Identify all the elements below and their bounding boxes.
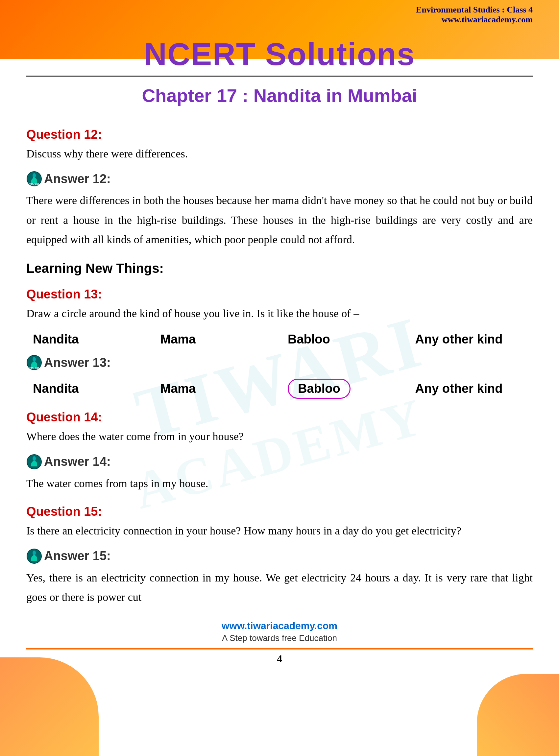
title-divider (26, 76, 533, 76)
answer12-text: There were differences in both the house… (26, 191, 533, 250)
page-number: 4 (26, 653, 533, 665)
answer13-any-other: Any other kind (405, 382, 533, 396)
footer-website: www.tiwariacademy.com (26, 620, 533, 632)
answer15-header: Answer 15: (26, 548, 533, 564)
svg-text:TIWARI: TIWARI (29, 183, 39, 186)
footer: www.tiwariacademy.com A Step towards fre… (26, 620, 533, 675)
answer13-mama: Mama (151, 382, 278, 396)
answer15-text: Yes, there is an electricity connection … (26, 568, 533, 607)
question12-label: Question 12: (26, 128, 533, 142)
svg-point-9 (32, 551, 36, 555)
answer12-label: Answer 12: (44, 172, 111, 186)
answer13-babloo: Babloo (278, 379, 405, 399)
option-babloo: Babloo (278, 332, 405, 346)
svg-text:TIWARI: TIWARI (29, 367, 39, 370)
svg-point-4 (32, 357, 36, 362)
footer-divider (26, 648, 533, 649)
chapter-title: Chapter 17 : Nandita in Mumbai (26, 80, 533, 113)
answer13-icon: TIWARI (26, 355, 42, 370)
footer-tagline: A Step towards free Education (26, 633, 533, 643)
option-mama: Mama (151, 332, 278, 346)
question14-text: Where does the water come from in your h… (26, 428, 533, 445)
top-info: Environmental Studies : Class 4 www.tiwa… (416, 5, 533, 25)
question13-label: Question 13: (26, 287, 533, 301)
answer14-text: The water comes from taps in my house. (26, 474, 533, 494)
answer15-label: Answer 15: (44, 549, 111, 563)
answer14-header: Answer 14: (26, 454, 533, 470)
page-content: NCERT Solutions Chapter 17 : Nandita in … (0, 0, 559, 701)
answer14-icon (26, 454, 42, 470)
answer13-options-row: Nandita Mama Babloo Any other kind (26, 379, 533, 399)
answer13-label: Answer 13: (44, 356, 111, 370)
circled-babloo: Babloo (288, 379, 351, 399)
house-options-row: Nandita Mama Babloo Any other kind (26, 332, 533, 346)
learning-heading: Learning New Things: (26, 261, 533, 276)
answer15-icon (26, 548, 42, 564)
svg-point-7 (32, 456, 36, 461)
subject-label: Environmental Studies : Class 4 (416, 5, 533, 15)
question14-label: Question 14: (26, 410, 533, 425)
answer13-nandita: Nandita (26, 382, 151, 396)
answer12-icon: TIWARI (26, 171, 42, 187)
svg-point-1 (32, 173, 36, 178)
main-title: NCERT Solutions (26, 36, 533, 72)
answer12-header: TIWARI Answer 12: (26, 171, 533, 187)
question13-text: Draw a circle around the kind of house y… (26, 305, 533, 322)
question15-text: Is there an electricity connection in yo… (26, 522, 533, 540)
question12-text: Discuss why there were differences. (26, 145, 533, 163)
answer13-header: TIWARI Answer 13: (26, 355, 533, 370)
option-any-other: Any other kind (405, 332, 533, 346)
option-nandita: Nandita (26, 332, 151, 346)
header-website: www.tiwariacademy.com (416, 15, 533, 25)
answer14-label: Answer 14: (44, 455, 111, 469)
question15-label: Question 15: (26, 505, 533, 519)
